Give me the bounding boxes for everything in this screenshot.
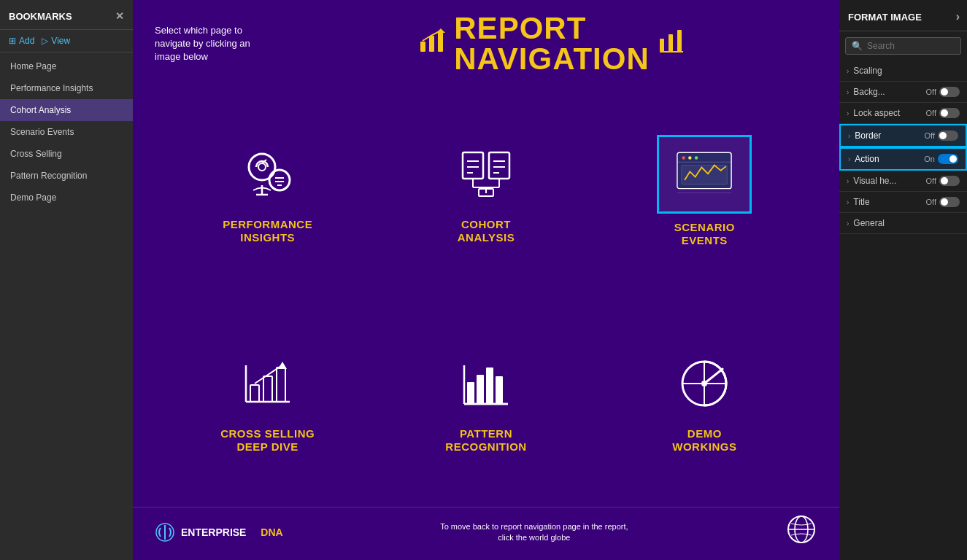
svg-rect-5 [669, 34, 673, 52]
logo-prefix: ENTERPRISE [181, 526, 246, 538]
toggle-label-action: On [924, 155, 935, 163]
toggle-label-border: Off [925, 131, 935, 140]
svg-point-31 [682, 157, 685, 160]
nav-item-demo-workings[interactable]: DEMO WORKINGS [599, 301, 810, 500]
bookmarks-list: Home PagePerformance InsightsCohort Anal… [0, 52, 133, 560]
chevron-icon-border: › [848, 132, 850, 140]
chart-icon-left [419, 28, 445, 60]
bookmark-item-3[interactable]: Scenario Events [0, 121, 133, 143]
format-section-general[interactable]: ›General [839, 213, 967, 234]
bookmark-item-2[interactable]: Cohort Analysis [0, 99, 133, 121]
svg-rect-21 [489, 152, 509, 179]
toggle-label-lock-aspect: Off [926, 109, 936, 117]
nav-label-performance-insights: PERFORMANCE INSIGHTS [223, 218, 312, 244]
nav-item-cross-selling[interactable]: CROSS SELLING DEEP DIVE [162, 301, 373, 500]
nav-label-scenario-events: SCENARIO EVENTS [674, 221, 735, 247]
toggle-action[interactable] [938, 154, 958, 164]
bookmarks-view-button[interactable]: ▷ View [42, 36, 70, 46]
chevron-icon-title: › [847, 198, 849, 206]
nav-label-cross-selling: CROSS SELLING DEEP DIVE [220, 427, 315, 454]
svg-marker-42 [278, 362, 287, 369]
bookmarks-close-icon[interactable]: ✕ [115, 10, 124, 22]
bookmarks-title: BOOKMARKS [9, 11, 72, 22]
format-section-label-visual-header: Visual he... [853, 176, 896, 186]
svg-rect-0 [420, 42, 425, 52]
nav-icon-scenario-events [657, 135, 752, 214]
bookmarks-panel: BOOKMARKS ✕ ⊞ Add ▷ View Home PagePerfor… [0, 0, 133, 560]
report-title-top: REPORT NAVIGATION [419, 13, 684, 74]
toggle-visual-header[interactable] [939, 176, 960, 186]
footer-globe[interactable] [785, 513, 817, 551]
toggle-title[interactable] [939, 197, 960, 207]
nav-label-cohort-analysis: COHORT ANALYSIS [458, 218, 515, 244]
bookmark-item-1[interactable]: Performance Insights [0, 77, 133, 99]
bookmark-item-4[interactable]: Cross Selling [0, 143, 133, 165]
format-section-title[interactable]: ›TitleOff [839, 192, 967, 213]
format-section-border[interactable]: ›BorderOff [839, 124, 967, 147]
svg-rect-47 [486, 368, 493, 404]
nav-icon-pattern-recognition [442, 347, 530, 420]
format-section-action[interactable]: ›ActionOn [839, 147, 967, 171]
footer-logo: ENTERPRISE DNA [155, 522, 283, 542]
chevron-icon-scaling: › [847, 67, 849, 75]
format-section-scaling[interactable]: ›Scaling [839, 61, 967, 82]
canvas-footer: ENTERPRISE DNA To move back to report na… [133, 507, 839, 560]
nav-item-scenario-events[interactable]: SCENARIO EVENTS [599, 89, 810, 294]
bookmarks-header: BOOKMARKS ✕ [0, 0, 133, 30]
toggle-background[interactable] [939, 87, 960, 97]
nav-icon-demo-workings [660, 347, 748, 420]
svg-rect-1 [429, 36, 434, 52]
toggle-border[interactable] [938, 131, 958, 141]
format-chevron-right-icon[interactable]: › [956, 10, 960, 23]
svg-point-33 [695, 157, 698, 160]
nav-grid: PERFORMANCE INSIGHTS [133, 82, 839, 507]
report-title-block: REPORT NAVIGATION [286, 13, 817, 74]
format-header: FORMAT IMAGE › [839, 0, 967, 31]
format-search-input[interactable] [867, 41, 955, 51]
nav-label-demo-workings: DEMO WORKINGS [672, 427, 736, 454]
bookmarks-actions: ⊞ Add ▷ View [0, 30, 133, 52]
toggle-label-background: Off [926, 88, 936, 96]
format-section-background[interactable]: ›Backg...Off [839, 82, 967, 103]
format-section-label-border: Border [855, 131, 881, 141]
svg-rect-46 [477, 375, 484, 404]
bookmarks-add-button[interactable]: ⊞ Add [9, 36, 34, 46]
bookmark-item-6[interactable]: Demo Page [0, 187, 133, 209]
bookmark-item-0[interactable]: Home Page [0, 55, 133, 77]
format-section-label-lock-aspect: Lock aspect [853, 108, 900, 118]
svg-rect-4 [660, 39, 664, 52]
chart-icon-right [658, 28, 685, 60]
toggle-label-visual-header: Off [926, 176, 936, 185]
svg-point-52 [701, 381, 707, 386]
search-icon: 🔍 [852, 41, 863, 51]
logo-suffix: DNA [261, 526, 282, 538]
nav-item-performance-insights[interactable]: PERFORMANCE INSIGHTS [162, 89, 373, 294]
svg-line-51 [704, 369, 723, 384]
nav-item-cohort-analysis[interactable]: COHORT ANALYSIS [380, 89, 591, 294]
format-section-visual-header[interactable]: ›Visual he...Off [839, 171, 967, 192]
nav-instruction: Select which page to navigate by clickin… [155, 24, 271, 64]
bookmark-item-5[interactable]: Pattern Recognition [0, 165, 133, 187]
svg-rect-39 [250, 385, 259, 402]
toggle-label-title: Off [926, 198, 936, 206]
svg-rect-41 [277, 368, 285, 402]
format-section-label-scaling: Scaling [853, 66, 882, 76]
svg-rect-2 [438, 31, 443, 52]
nav-item-pattern-recognition[interactable]: PATTERN RECOGNITION [380, 301, 591, 500]
format-section-lock-aspect[interactable]: ›Lock aspectOff [839, 103, 967, 124]
chevron-icon-action: › [848, 155, 850, 163]
nav-icon-performance-insights [224, 138, 312, 211]
canvas-header: Select which page to navigate by clickin… [133, 0, 839, 82]
view-icon: ▷ [42, 36, 48, 46]
toggle-lock-aspect[interactable] [939, 108, 960, 118]
format-search-container: 🔍 [845, 37, 961, 55]
svg-marker-3 [436, 28, 445, 33]
format-sections: ›Scaling›Backg...Off›Lock aspectOff›Bord… [839, 61, 967, 234]
chevron-icon-visual-header: › [847, 177, 849, 185]
svg-rect-6 [677, 30, 682, 52]
nav-icon-cross-selling [224, 347, 312, 420]
nav-label-pattern-recognition: PATTERN RECOGNITION [445, 427, 526, 454]
format-section-label-general: General [853, 218, 885, 228]
chevron-icon-general: › [847, 219, 849, 228]
svg-rect-45 [467, 382, 474, 404]
